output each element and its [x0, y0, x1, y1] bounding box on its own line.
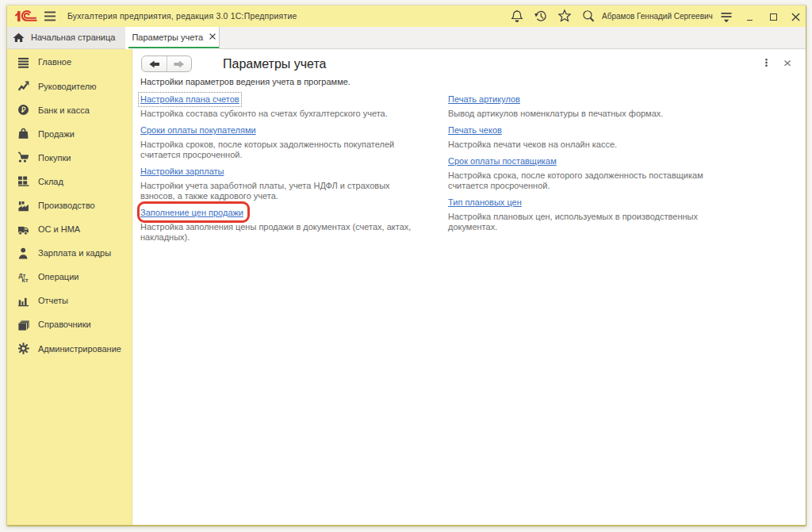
window-title: Бухгалтерия предприятия, редакция 3.0 1С… [67, 6, 297, 27]
tab-home[interactable]: Начальная страница [7, 27, 126, 49]
shopping-bag-icon [18, 128, 30, 140]
factory-icon [18, 200, 30, 212]
sidebar-item-label: Главное [38, 57, 71, 67]
settings-link-description: Настройка состава субконто на счетах бух… [140, 109, 446, 119]
sidebar-item-6[interactable]: Склад [7, 170, 132, 193]
settings-link[interactable]: Настройка плана счетов [140, 94, 239, 105]
settings-link[interactable]: Заполнение цен продажи [140, 208, 243, 218]
sidebar-item-label: Отчеты [38, 296, 68, 305]
forward-button[interactable] [167, 56, 191, 71]
ruble-coin-icon [18, 104, 30, 116]
truck-icon [18, 224, 30, 235]
trend-arrow-icon [18, 80, 30, 92]
sidebar-item-label: Покупки [38, 153, 71, 163]
sidebar-item-label: Справочники [38, 320, 91, 329]
nav-buttons [141, 55, 192, 72]
settings-link[interactable]: Настройки зарплаты [140, 166, 224, 177]
sidebar-item-label: ОС и НМА [38, 224, 80, 234]
sidebar-item-label: Операции [38, 272, 79, 281]
shopping-cart-icon [18, 151, 30, 163]
sidebar-item-4[interactable]: Продажи [7, 122, 132, 146]
tab-home-label: Начальная страница [31, 27, 115, 48]
history-clock-icon[interactable] [534, 9, 548, 23]
warehouse-boxes-icon [18, 175, 30, 187]
sidebar-menu: ГлавноеРуководителюБанк и кассаПродажиПо… [7, 50, 132, 360]
settings-link[interactable]: Срок оплаты поставщикам [448, 156, 557, 166]
app-window: Бухгалтерия предприятия, редакция 3.0 1С… [6, 5, 806, 526]
links-column-right: Печать артикуловВывод артикулов номенкла… [448, 94, 749, 239]
settings-link-row: Печать чеков [448, 125, 749, 136]
settings-link-row: Сроки оплаты покупателями [140, 125, 446, 136]
tab-active-label: Параметры учета [132, 27, 203, 48]
service-settings-icon[interactable] [720, 11, 733, 23]
gear-icon [18, 343, 30, 354]
sidebar-item-12[interactable]: Справочники [7, 312, 132, 336]
tab-close-icon[interactable] [209, 33, 216, 40]
settings-link-row: Печать артикулов [448, 94, 749, 105]
sidebar-item-label: Банк и касса [38, 105, 90, 115]
sidebar-item-9[interactable]: Зарплата и кадры [7, 241, 132, 265]
current-user[interactable]: Абрамов Геннадий Сергеевич [602, 6, 713, 27]
settings-link-description: Настройка срока, после которого задолжен… [448, 170, 749, 191]
settings-link-description: Настройка сроков, после которых задолжен… [140, 140, 446, 160]
settings-link-description: Настройка заполнения цены продажи в доку… [140, 222, 446, 243]
settings-link-row: Настройка плана счетов [140, 94, 446, 105]
sidebar-item-11[interactable]: Отчеты [7, 289, 132, 312]
settings-link[interactable]: Печать артикулов [448, 94, 520, 105]
bar-chart-icon [18, 295, 30, 307]
sidebar-item-5[interactable]: Покупки [7, 146, 132, 170]
books-icon [18, 319, 30, 331]
home-icon [13, 33, 25, 43]
form-close-icon[interactable] [784, 60, 791, 66]
sidebar-item-label: Продажи [38, 129, 75, 139]
settings-link[interactable]: Печать чеков [448, 125, 502, 136]
sidebar-item-8[interactable]: ОС и НМА [7, 217, 132, 241]
sidebar-item-13[interactable]: Администрирование [7, 337, 132, 361]
sidebar-item-10[interactable]: ДтКтОперации [7, 265, 132, 289]
main-menu-icon[interactable] [44, 11, 56, 21]
menu-lines-icon [18, 56, 30, 68]
more-menu-icon[interactable] [765, 59, 768, 67]
settings-link-row: Заполнение цен продажи [140, 208, 446, 218]
logo-1c-icon [15, 10, 37, 22]
settings-link-row: Настройки зарплаты [140, 166, 446, 177]
notifications-bell-icon[interactable] [510, 9, 524, 23]
settings-link-description: Настройка плановых цен, используемых в п… [448, 212, 749, 232]
sidebar-item-label: Зарплата и кадры [38, 248, 111, 258]
search-magnifier-icon[interactable] [581, 9, 596, 23]
sidebar-item-label: Администрирование [38, 344, 121, 354]
dt-kt-icon: ДтКт [18, 271, 30, 283]
links-column-left: Настройка плана счетовНастройка состава … [140, 94, 446, 249]
tab-active[interactable]: Параметры учета [125, 27, 220, 50]
sidebar-item-7[interactable]: Производство [7, 193, 132, 217]
settings-link[interactable]: Сроки оплаты покупателями [140, 125, 256, 136]
back-button[interactable] [142, 56, 167, 71]
favorites-star-icon[interactable] [557, 9, 572, 23]
settings-link-description: Вывод артикулов номенклатуры в печатных … [448, 109, 749, 119]
settings-link-description: Настройки учета заработной платы, учета … [140, 181, 446, 201]
sidebar-item-3[interactable]: Банк и касса [7, 98, 132, 122]
person-icon [18, 247, 30, 259]
content-panel: Параметры учета Настройки параметров вед… [132, 49, 806, 525]
active-tab-underline [128, 47, 219, 48]
svg-text:Кт: Кт [22, 277, 29, 283]
window-minimize-button[interactable] [747, 20, 753, 21]
tab-bar: Начальная страница Параметры учета [7, 27, 806, 50]
sidebar: ГлавноеРуководителюБанк и кассаПродажиПо… [7, 49, 132, 525]
sidebar-item-label: Склад [38, 177, 63, 186]
window-maximize-button[interactable] [770, 13, 777, 21]
sidebar-item-1[interactable]: Главное [7, 50, 132, 74]
sidebar-item-2[interactable]: Руководителю [7, 74, 132, 98]
titlebar: Бухгалтерия предприятия, редакция 3.0 1С… [7, 6, 806, 27]
settings-link-row: Тип плановых цен [448, 197, 749, 208]
sidebar-item-label: Производство [38, 201, 95, 210]
settings-link[interactable]: Тип плановых цен [448, 197, 522, 208]
sidebar-item-label: Руководителю [38, 82, 96, 91]
page-title: Параметры учета [223, 57, 326, 71]
settings-link-row: Срок оплаты поставщикам [448, 156, 749, 166]
window-close-button[interactable] [791, 13, 800, 21]
page-subtitle: Настройки параметров ведения учета в про… [140, 77, 350, 87]
settings-link-description: Настройка печати чеков на онлайн кассе. [448, 140, 749, 150]
